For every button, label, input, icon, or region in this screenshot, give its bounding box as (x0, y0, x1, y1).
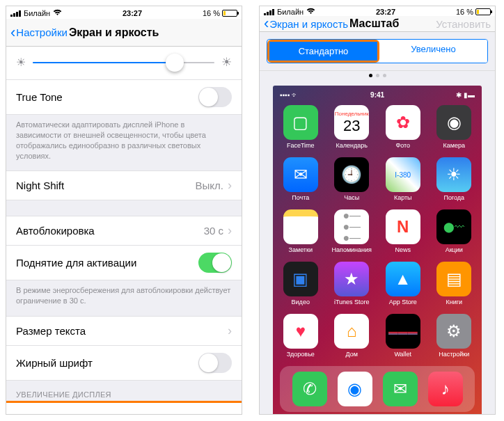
status-time: 23:27 (62, 9, 203, 17)
sun-large-icon: ☀︎ (221, 55, 232, 70)
view-value: Стандартно (166, 411, 223, 414)
chevron-right-icon: › (228, 178, 232, 193)
dock-phone-icon[interactable]: ✆ (292, 372, 327, 406)
app-settings[interactable]: ⚙︎Настройки (434, 314, 475, 358)
app-photos[interactable]: ✿Фото (382, 105, 424, 149)
segmented-control-wrap: Стандартно Увеличено (260, 32, 495, 71)
signal-icon (10, 10, 21, 17)
app-mail[interactable]: ✉︎Почта (280, 157, 322, 201)
raise-label: Поднятие для активации (16, 257, 198, 269)
nightshift-value: Выкл. (196, 180, 223, 191)
carrier-label: Билайн (24, 9, 50, 17)
nav-title: Экран и яркость (69, 26, 159, 39)
app-books[interactable]: ▤Книги (434, 262, 475, 305)
battery-indicator: 16 % (203, 9, 237, 17)
dock-safari-icon[interactable]: ◉ (338, 372, 372, 406)
app-home[interactable]: ⌂Дом (331, 314, 373, 358)
app-appstore[interactable]: ▲App Store (382, 262, 424, 305)
left-screenshot: Билайн 23:27 16 % ‹ Настройки Экран и яр… (6, 6, 242, 415)
zoom-segmented-control[interactable]: Стандартно Увеличено (267, 39, 488, 63)
homescreen-preview: ▪▪▪▪ ᯤ 9:41 ✱ ▮▬ ▢FaceTime Понедельник23… (260, 83, 495, 415)
mini-time: 9:41 (299, 91, 456, 99)
install-button[interactable]: Установить (436, 18, 491, 30)
chevron-right-icon: › (228, 410, 232, 414)
wifi-icon (306, 8, 315, 16)
page-dots (260, 71, 495, 83)
sun-small-icon: ☀︎ (16, 56, 26, 69)
status-bar: Билайн 23:27 16 % (260, 6, 495, 16)
chevron-right-icon: › (228, 324, 232, 338)
bold-toggle[interactable] (198, 353, 232, 373)
app-health[interactable]: ♥︎Здоровье (280, 314, 322, 358)
status-time: 23:27 (315, 8, 456, 16)
nav-bar: ‹ Экран и яркость Масштаб Установить (260, 16, 495, 32)
dock-music-icon[interactable]: ♪ (428, 372, 463, 406)
back-label: Экран и яркость (269, 18, 348, 30)
nightshift-row[interactable]: Night Shift Выкл. › (6, 170, 242, 200)
bold-label: Жирный шрифт (16, 357, 198, 369)
app-notes[interactable]: Заметки (280, 209, 322, 253)
text-size-label: Размер текста (16, 325, 228, 337)
app-grid: ▢FaceTime Понедельник23Календарь ✿Фото ◉… (280, 105, 475, 358)
carrier-label: Билайн (277, 8, 304, 16)
autolock-value: 30 с (204, 225, 223, 237)
app-stocks[interactable]: ⬤〰︎Акции (434, 209, 475, 253)
nav-bar: ‹ Настройки Экран и яркость (6, 19, 242, 47)
truetone-note: Автоматически адаптировать дисплей iPhon… (6, 115, 242, 170)
battery-pct: 16 % (456, 8, 473, 16)
dock: ✆ ◉ ✉︎ ♪ (280, 366, 475, 412)
nav-title: Масштаб (349, 17, 399, 30)
settings-list[interactable]: ☀︎ ☀︎ True Tone Автоматически адаптирова… (6, 47, 242, 414)
nightshift-label: Night Shift (16, 180, 196, 191)
mini-signal-icon: ▪▪▪▪ ᯤ (280, 91, 299, 99)
autolock-row[interactable]: Автоблокировка 30 с › (6, 216, 242, 246)
app-weather[interactable]: ☀︎Погода (434, 157, 475, 201)
brightness-slider[interactable] (33, 62, 214, 63)
text-size-row[interactable]: Размер текста › (6, 316, 242, 346)
battery-indicator: 16 % (456, 8, 491, 16)
powersave-note: В режиме энергосбережения для автоблокир… (6, 280, 242, 316)
truetone-label: True Tone (16, 91, 198, 103)
seg-zoomed[interactable]: Увеличено (379, 40, 487, 63)
truetone-row[interactable]: True Tone (6, 80, 242, 115)
mini-homescreen: ▪▪▪▪ ᯤ 9:41 ✱ ▮▬ ▢FaceTime Понедельник23… (273, 86, 482, 415)
seg-standard[interactable]: Стандартно (269, 42, 377, 61)
wifi-icon (53, 9, 62, 17)
app-itunes[interactable]: ★iTunes Store (331, 262, 373, 305)
app-wallet[interactable]: ▬▬▬Wallet (382, 314, 424, 358)
brightness-slider-row: ☀︎ ☀︎ (6, 47, 242, 80)
back-button[interactable]: ‹ Экран и яркость (264, 16, 348, 31)
mini-status-bar: ▪▪▪▪ ᯤ 9:41 ✱ ▮▬ (280, 90, 475, 100)
back-label: Настройки (16, 26, 68, 38)
zoom-section-header: УВЕЛИЧЕНИЕ ДИСПЛЕЯ (6, 381, 242, 403)
dock-messages-icon[interactable]: ✉︎ (383, 372, 418, 406)
autolock-label: Автоблокировка (16, 225, 204, 237)
app-camera[interactable]: ◉Камера (434, 105, 475, 149)
battery-pct: 16 % (203, 9, 220, 17)
view-label: Вид (16, 411, 166, 414)
raise-toggle[interactable] (198, 253, 232, 273)
app-clock[interactable]: 🕘Часы (331, 157, 373, 201)
view-row[interactable]: Вид Стандартно › (6, 403, 242, 414)
app-reminders[interactable]: ●—●—●—Напоминания (331, 209, 373, 253)
mini-battery-icon: ✱ ▮▬ (456, 91, 475, 99)
chevron-right-icon: › (228, 223, 232, 238)
chevron-left-icon: ‹ (10, 25, 15, 40)
app-news[interactable]: NNews (382, 209, 424, 253)
app-videos[interactable]: ▣Видео (280, 262, 322, 305)
app-facetime[interactable]: ▢FaceTime (280, 105, 322, 149)
bold-text-row[interactable]: Жирный шрифт (6, 346, 242, 381)
chevron-left-icon: ‹ (264, 16, 269, 31)
raise-to-wake-row[interactable]: Поднятие для активации (6, 246, 242, 280)
truetone-toggle[interactable] (198, 87, 232, 107)
back-button[interactable]: ‹ Настройки (10, 25, 68, 40)
right-screenshot: Билайн 23:27 16 % ‹ Экран и яркость Масш… (259, 6, 496, 415)
app-maps[interactable]: I-380Карты (382, 157, 424, 201)
status-bar: Билайн 23:27 16 % (6, 6, 242, 19)
app-calendar[interactable]: Понедельник23Календарь (331, 105, 373, 149)
